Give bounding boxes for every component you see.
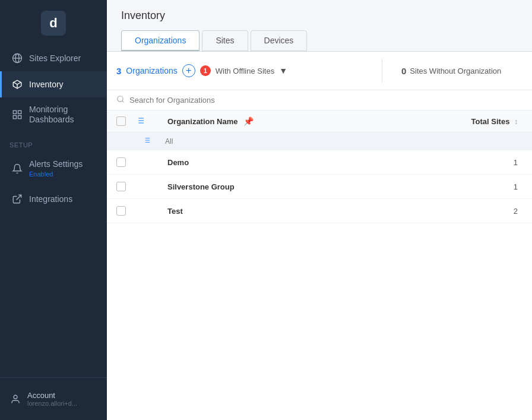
filter-bar: 3 Organizations + 1 With Offline Sites ▼… — [107, 52, 532, 90]
table-filter-row — [107, 132, 532, 150]
sidebar-label-sites-explorer: Sites Explorer — [29, 53, 81, 64]
sidebar-logo: d — [0, 0, 107, 45]
add-organization-button[interactable]: + — [182, 64, 195, 77]
tab-devices[interactable]: Devices — [251, 30, 308, 51]
sites-without-section: 0 Sites Without Organization — [392, 66, 522, 76]
svg-rect-4 — [13, 110, 16, 113]
table-header-row: Organization Name 📌 Total Sites ↕ — [107, 110, 532, 132]
svg-line-8 — [17, 195, 21, 200]
user-icon — [10, 393, 21, 405]
svg-point-9 — [14, 395, 17, 399]
tab-sites[interactable]: Sites — [202, 30, 248, 51]
search-input[interactable] — [129, 96, 522, 105]
org-sites-2: 1 — [461, 175, 532, 199]
table-row: Demo 1 — [107, 150, 532, 175]
sidebar-label-inventory: Inventory — [29, 80, 64, 90]
orgs-count: 3 — [116, 66, 121, 76]
account-item[interactable]: Account lorenzo.allori+d... — [0, 385, 107, 413]
sidebar-item-inventory[interactable]: Inventory — [0, 71, 107, 97]
tab-organizations[interactable]: Organizations — [121, 30, 200, 51]
sites-without-label: Sites Without Organization — [410, 67, 501, 75]
row-checkbox-1[interactable] — [116, 157, 126, 167]
table-row: Test 2 — [107, 199, 532, 223]
org-name-2[interactable]: Silverstone Group — [158, 175, 461, 199]
tab-bar: Organizations Sites Devices — [121, 30, 518, 51]
cube-icon — [11, 78, 23, 90]
bell-icon — [11, 163, 23, 175]
th-checkbox — [107, 110, 135, 132]
pin-icon: 📌 — [243, 116, 254, 126]
row-checkbox-2[interactable] — [116, 182, 126, 191]
sites-without-count: 0 — [401, 66, 406, 76]
org-sites-1: 1 — [461, 150, 532, 175]
setup-section-label: Setup — [0, 132, 107, 152]
page-title: Inventory — [121, 10, 518, 22]
filter-icon[interactable]: ▼ — [279, 66, 287, 75]
sidebar-nav: Sites Explorer Inventory — [0, 45, 107, 377]
search-icon — [116, 95, 125, 105]
svg-rect-6 — [18, 115, 21, 118]
sidebar-label-alerts: Alerts Settings Enabled — [29, 159, 83, 179]
sidebar: d Sites Explorer Inventory — [0, 0, 107, 420]
svg-rect-5 — [18, 110, 21, 113]
app-logo: d — [41, 11, 66, 36]
org-sites-3: 2 — [461, 199, 532, 223]
vertical-divider — [382, 59, 382, 83]
svg-line-11 — [122, 101, 124, 103]
globe-icon — [11, 52, 23, 64]
orgs-label: Organizations — [126, 66, 177, 75]
org-name-1[interactable]: Demo — [158, 150, 461, 175]
th-filter-icon — [135, 110, 158, 132]
org-name-3[interactable]: Test — [158, 199, 461, 223]
th-total-sites: Total Sites ↕ — [461, 110, 532, 132]
main-content: Inventory Organizations Sites Devices 3 … — [107, 0, 532, 420]
select-all-checkbox[interactable] — [116, 116, 126, 126]
search-bar — [107, 90, 532, 110]
plug-icon — [11, 193, 23, 205]
sidebar-item-sites-explorer[interactable]: Sites Explorer — [0, 45, 107, 71]
organizations-table: Organization Name 📌 Total Sites ↕ — [107, 110, 532, 420]
offline-count-badge: 1 — [200, 65, 211, 76]
content-area: 3 Organizations + 1 With Offline Sites ▼… — [107, 51, 532, 420]
filter-left: 3 Organizations + 1 With Offline Sites ▼ — [116, 64, 372, 77]
sidebar-bottom: Account lorenzo.allori+d... — [0, 377, 107, 420]
sidebar-item-monitoring[interactable]: Monitoring Dashboards — [0, 97, 107, 132]
account-text: Account lorenzo.allori+d... — [27, 391, 77, 407]
sidebar-label-integrations: Integrations — [29, 194, 72, 204]
table-row: Silverstone Group 1 — [107, 175, 532, 199]
account-email: lorenzo.allori+d... — [27, 400, 77, 407]
sidebar-label-monitoring: Monitoring Dashboards — [29, 105, 74, 125]
page-header: Inventory Organizations Sites Devices — [107, 0, 532, 51]
svg-point-10 — [118, 96, 123, 102]
sidebar-item-alerts[interactable]: Alerts Settings Enabled — [0, 152, 107, 187]
sort-icon[interactable]: ↕ — [514, 118, 518, 126]
th-org-name: Organization Name 📌 — [158, 110, 461, 132]
chart-icon — [11, 109, 23, 121]
name-filter-input[interactable] — [165, 137, 525, 146]
row-checkbox-3[interactable] — [116, 206, 126, 216]
sidebar-item-integrations[interactable]: Integrations — [0, 186, 107, 212]
offline-sites-label: With Offline Sites — [216, 67, 274, 75]
svg-rect-7 — [13, 115, 16, 118]
account-name: Account — [27, 391, 77, 400]
